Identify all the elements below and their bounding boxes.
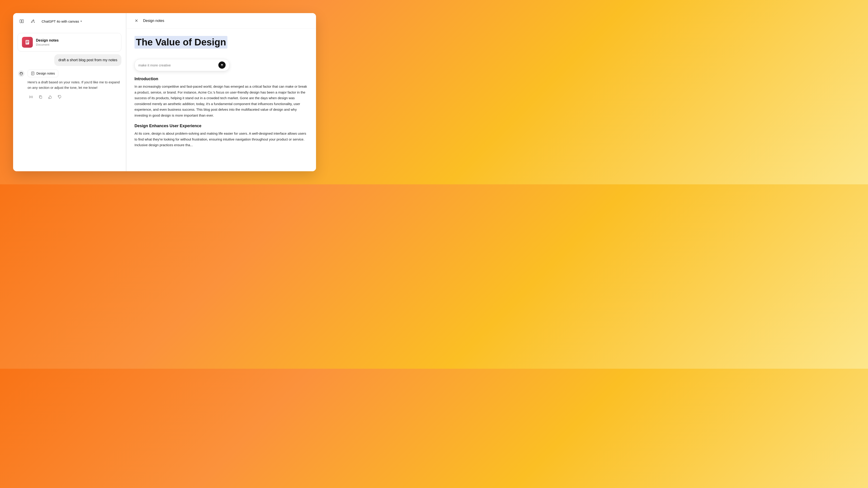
inline-edit-bar — [134, 59, 229, 71]
left-content: Design notes Document draft a short blog… — [13, 29, 126, 171]
copy-button[interactable] — [37, 94, 44, 100]
svg-marker-5 — [30, 96, 31, 98]
section-ux-heading: Design Enhances User Experience — [134, 124, 308, 128]
close-button[interactable]: ✕ — [133, 17, 140, 24]
design-notes-info: Design notes Document — [36, 38, 59, 46]
assistant-actions — [28, 94, 121, 100]
blog-title-wrapper: The Value of Design — [134, 36, 308, 55]
right-header: ✕ Design notes — [126, 13, 316, 29]
audio-button[interactable] — [28, 94, 34, 100]
thumbs-down-button[interactable] — [56, 94, 63, 100]
svg-rect-6 — [40, 96, 42, 98]
left-panel: ChatGPT 4o with canvas ▾ Design notes Do… — [13, 13, 126, 171]
new-chat-button[interactable] — [29, 17, 37, 25]
user-message-text: draft a short blog post from my notes — [58, 58, 117, 62]
assistant-design-notes-pill[interactable]: Design notes — [28, 70, 58, 77]
design-notes-card-title: Design notes — [36, 38, 59, 42]
left-header: ChatGPT 4o with canvas ▾ — [13, 13, 126, 29]
right-content: The Value of Design Introduction In an i… — [126, 29, 316, 171]
svg-point-3 — [18, 71, 24, 76]
right-panel: ✕ Design notes The Value of Design Intro… — [126, 13, 316, 171]
inline-send-button[interactable] — [218, 61, 225, 69]
section-intro-heading: Introduction — [134, 76, 308, 81]
chevron-down-icon: ▾ — [81, 20, 82, 23]
assistant-avatar — [18, 70, 25, 77]
model-label: ChatGPT 4o with canvas — [41, 20, 79, 23]
model-selector[interactable]: ChatGPT 4o with canvas ▾ — [39, 18, 84, 25]
section-ux-text: At its core, design is about problem-sol… — [134, 131, 308, 148]
design-notes-icon-bg — [22, 37, 33, 48]
main-window: ChatGPT 4o with canvas ▾ Design notes Do… — [13, 13, 316, 171]
pill-doc-icon — [31, 72, 35, 75]
svg-rect-1 — [22, 20, 24, 23]
svg-rect-2 — [26, 40, 29, 44]
section-intro-text: In an increasingly competitive and fast-… — [134, 84, 308, 118]
assistant-row: Design notes Here's a draft based on you… — [18, 70, 121, 100]
design-notes-card-subtitle: Document — [36, 43, 59, 46]
thumbs-up-button[interactable] — [46, 94, 53, 100]
assistant-content: Design notes Here's a draft based on you… — [28, 70, 121, 100]
sidebar-toggle-button[interactable] — [18, 17, 26, 25]
design-notes-card[interactable]: Design notes Document — [18, 33, 121, 52]
blog-title: The Value of Design — [134, 36, 227, 48]
right-panel-title: Design notes — [143, 19, 164, 23]
svg-rect-0 — [20, 20, 22, 23]
assistant-text: Here's a draft based on your notes. If y… — [28, 79, 121, 90]
user-message-bubble: draft a short blog post from my notes — [54, 54, 121, 66]
inline-edit-input[interactable] — [138, 63, 216, 67]
assistant-pill-label: Design notes — [36, 72, 55, 75]
